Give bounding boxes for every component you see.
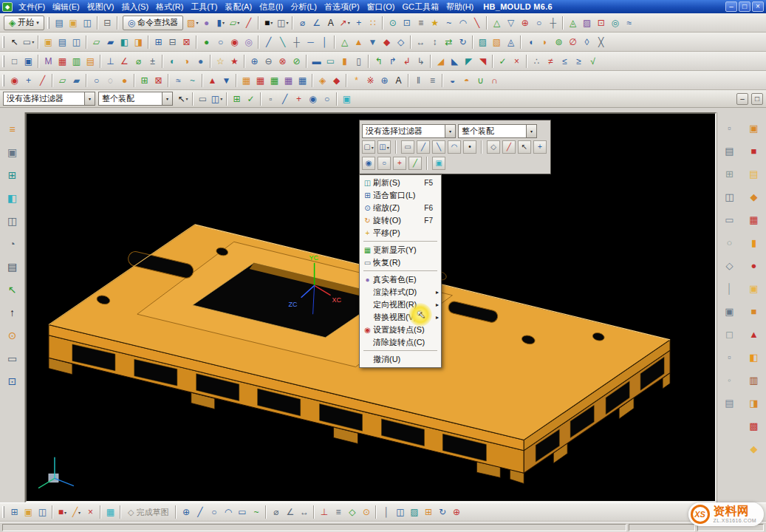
swatch-icon[interactable]: ■▾ bbox=[55, 505, 69, 519]
section-view-icon[interactable]: ▨ bbox=[407, 505, 421, 519]
pad-icon[interactable]: ● bbox=[117, 73, 131, 87]
corner-c-icon[interactable]: ◤ bbox=[462, 54, 476, 68]
line-b-icon[interactable]: ╲ bbox=[276, 35, 290, 49]
monitor-icon[interactable]: ⊡ bbox=[4, 373, 21, 389]
floating-filter-dropdown[interactable]: 没有选择过滤器 ▾ bbox=[362, 124, 456, 138]
context-menu-item[interactable]: 清除旋转点(C) bbox=[360, 336, 440, 349]
new-file-icon[interactable]: ▤ bbox=[52, 16, 66, 30]
lasso-icon[interactable]: ▭ bbox=[196, 92, 210, 106]
grid-icon[interactable]: ⊞ bbox=[151, 35, 165, 49]
dropdown-arrow-icon[interactable]: ▾ bbox=[237, 20, 239, 25]
line-icon[interactable]: ╲ bbox=[470, 16, 484, 30]
datum-plane-icon[interactable]: ▱▾ bbox=[228, 16, 242, 30]
snap-edge-icon[interactable]: ╱ bbox=[502, 140, 516, 154]
menubar-item[interactable]: 工具(T) bbox=[187, 1, 221, 13]
route-c-icon[interactable]: ↲ bbox=[400, 54, 414, 68]
close-button[interactable]: × bbox=[752, 1, 764, 12]
select-arrow-icon[interactable]: ↖ bbox=[7, 35, 21, 49]
corner-d-icon[interactable]: ◥ bbox=[476, 54, 490, 68]
arc-tool-icon[interactable]: ◠ bbox=[221, 505, 235, 519]
delete-face-icon[interactable]: ⊠ bbox=[179, 35, 194, 49]
curve-icon[interactable]: ~ bbox=[185, 73, 199, 87]
snap-center-icon[interactable]: ◉ bbox=[306, 92, 320, 106]
toolbar-grip[interactable] bbox=[2, 55, 4, 67]
open-icon[interactable]: ▣ bbox=[66, 16, 81, 30]
hd3d-icon[interactable]: ⊞ bbox=[4, 167, 21, 183]
toolbar-grip[interactable] bbox=[2, 36, 4, 48]
gem-b-icon[interactable]: ◆ bbox=[329, 73, 343, 87]
snap-quadrant-b-icon[interactable]: ○ bbox=[377, 157, 391, 170]
left-half-icon[interactable]: ◖ bbox=[524, 35, 538, 49]
orient-cube-icon[interactable]: ▣ bbox=[432, 157, 445, 170]
side-tool-icon[interactable]: ◦ bbox=[722, 372, 738, 388]
intersection-icon[interactable]: ∩ bbox=[488, 73, 502, 87]
selection-filter-arrow-icon[interactable]: ▾ bbox=[84, 92, 95, 106]
double-circle-icon[interactable]: ⊚ bbox=[552, 35, 566, 49]
arrow-tool-icon[interactable]: ↑ bbox=[4, 304, 21, 321]
mold-wizard-icon[interactable]: ◆ bbox=[746, 188, 762, 205]
cone-icon[interactable]: ▽ bbox=[504, 16, 518, 30]
datum-csys-icon[interactable]: ◉ bbox=[7, 73, 21, 87]
bar-c-icon[interactable]: ▮ bbox=[338, 54, 352, 68]
restore-button[interactable]: □ bbox=[739, 1, 750, 12]
block-icon[interactable]: ▰ bbox=[69, 73, 83, 87]
parallel-icon[interactable]: ‖ bbox=[411, 73, 425, 87]
reuse-library-icon[interactable]: ⊙ bbox=[4, 327, 21, 344]
snap-point-icon[interactable]: • bbox=[463, 140, 476, 154]
menubar-item[interactable]: 编辑(E) bbox=[49, 1, 83, 13]
select-tool-icon[interactable]: ↖ bbox=[4, 282, 21, 298]
snap-intersect-icon[interactable]: + bbox=[292, 92, 306, 106]
menubar-item[interactable]: 插入(S) bbox=[117, 1, 152, 13]
snowflake-icon[interactable]: ※ bbox=[363, 73, 377, 87]
menubar-item[interactable]: 帮助(H) bbox=[442, 1, 477, 13]
rows-icon[interactable]: ▥ bbox=[69, 54, 83, 68]
stretch-h-icon[interactable]: ↔ bbox=[414, 35, 428, 49]
corner-b-icon[interactable]: ◣ bbox=[448, 54, 462, 68]
intersect-icon[interactable]: ⊗ bbox=[276, 54, 290, 68]
dropdown-arrow-icon[interactable]: ▾ bbox=[78, 510, 81, 515]
scope-icon[interactable]: ◫▾ bbox=[210, 92, 224, 106]
selection-scope-dropdown[interactable]: 整个装配 ▾ bbox=[98, 92, 173, 106]
mold-wizard-icon[interactable]: ◧ bbox=[746, 349, 762, 365]
rotate-tool-icon[interactable]: ↻ bbox=[456, 35, 470, 49]
wave-icon[interactable]: ⊙ bbox=[386, 16, 400, 30]
mold-e-icon[interactable]: ▦ bbox=[295, 73, 310, 87]
sketch-icon[interactable]: ╱ bbox=[242, 16, 256, 30]
collapse-icon[interactable]: ⊟ bbox=[165, 35, 179, 49]
menubar-item[interactable]: 文件(F) bbox=[15, 1, 49, 13]
not-equal-icon[interactable]: ≠ bbox=[544, 54, 558, 68]
cross-icon[interactable]: ┼ bbox=[290, 35, 304, 49]
color-swatch[interactable]: ■▾ bbox=[261, 16, 276, 30]
mold-wizard-icon[interactable]: ▮ bbox=[746, 234, 762, 250]
leader-icon[interactable]: ↗▾ bbox=[338, 16, 352, 30]
sqrt-icon[interactable]: √ bbox=[586, 54, 600, 68]
box-b-icon[interactable]: ▣ bbox=[21, 54, 35, 68]
menubar-item[interactable]: 格式(R) bbox=[152, 1, 187, 13]
floating-scope-arrow-icon[interactable]: ▾ bbox=[526, 124, 537, 138]
mold-wizard-icon[interactable]: ▦ bbox=[746, 211, 762, 228]
arc-icon[interactable]: ◠ bbox=[456, 16, 470, 30]
star-b-icon[interactable]: ★ bbox=[228, 54, 242, 68]
text-tool-icon[interactable]: A bbox=[391, 73, 406, 87]
snap-vertex-icon[interactable]: ◇ bbox=[487, 140, 500, 154]
shell-icon[interactable]: ▨ bbox=[580, 16, 594, 30]
snap-tangent-icon[interactable]: ╱ bbox=[408, 157, 422, 170]
empty-set-icon[interactable]: ∅ bbox=[566, 35, 580, 49]
origin-icon[interactable]: ⊕ bbox=[179, 505, 193, 519]
trim-icon[interactable]: ⊠ bbox=[151, 73, 165, 87]
bar-a-icon[interactable]: ▬ bbox=[310, 54, 324, 68]
sphere-icon[interactable]: ● bbox=[199, 16, 213, 30]
dropdown-arrow-icon[interactable]: ▾ bbox=[186, 96, 188, 101]
assembly-navigator-icon[interactable]: ◧ bbox=[4, 190, 21, 206]
hole-icon[interactable]: ○ bbox=[532, 16, 546, 30]
less-icon[interactable]: ≤ bbox=[558, 54, 572, 68]
sheet-icon[interactable]: ▤ bbox=[55, 35, 69, 49]
side-tool-icon[interactable]: ◇ bbox=[722, 257, 738, 273]
route-a-icon[interactable]: ↰ bbox=[372, 54, 386, 68]
unite-icon[interactable]: ⊕ bbox=[247, 54, 261, 68]
plane-icon[interactable]: ▱ bbox=[89, 35, 103, 49]
context-menu-item[interactable]: ▦更新显示(Y) bbox=[360, 244, 440, 256]
concentric-icon[interactable]: ⊙ bbox=[359, 505, 373, 519]
menubar-item[interactable]: 窗口(O) bbox=[363, 1, 399, 13]
corner-a-icon[interactable]: ◢ bbox=[434, 54, 448, 68]
